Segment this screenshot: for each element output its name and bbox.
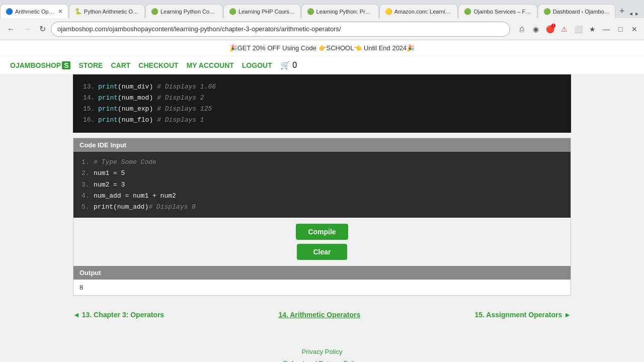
tab-favicon-2: 🐍	[74, 8, 82, 15]
footer-privacy-link[interactable]: Privacy Policy	[0, 348, 644, 355]
brand-s: S	[62, 61, 70, 69]
tab-scroll-arrows: ◂ ▸	[628, 9, 644, 18]
ide-linenum-2: 2.	[82, 168, 94, 179]
line-number-15: 15.	[83, 104, 98, 115]
output-body: 8	[73, 280, 571, 295]
prev-lesson-link[interactable]: ◄ 13. Chapter 3: Operators	[73, 311, 164, 319]
next-lesson-link[interactable]: 15. Assignment Operators ►	[474, 311, 571, 319]
brand[interactable]: OJAMBOSHOP S	[10, 61, 70, 69]
nav-myaccount[interactable]: MY ACCOUNT	[187, 61, 234, 69]
tab-title-4: Learning PHP Course - Oj...	[238, 9, 295, 15]
ide-line-2: 2. num1 = 5	[82, 168, 562, 179]
ide-code-2: num1 = 5	[94, 168, 125, 179]
tab-close-1[interactable]: ✕	[58, 8, 63, 15]
ide-code-4: num_add = num1 + num2	[94, 191, 176, 202]
address-text: ojamboshop.com/ojamboshopaycontent/learn…	[57, 25, 504, 33]
code-line-16: 16. print(num_flo) # Displays 1	[83, 115, 561, 126]
ide-linenum-4: 4.	[82, 191, 94, 202]
output-header: Output	[73, 266, 571, 280]
tab-3[interactable]: 🟢 Learning Python Course - ...	[145, 4, 223, 18]
compile-button[interactable]: Compile	[296, 224, 348, 240]
cart-icon[interactable]: 🛒 0	[280, 60, 297, 70]
nav-store[interactable]: STORE	[78, 61, 103, 69]
main-content: 13. print(num_div) # Displays 1.66 14. p…	[0, 74, 644, 329]
ide-buttons: Compile Clear	[73, 218, 571, 266]
ide-line-3: 3. num2 = 3	[82, 179, 562, 191]
code-content-16: print(num_flo) # Displays 1	[98, 115, 204, 126]
new-tab-button[interactable]: +	[616, 4, 628, 18]
window-toggle-icon[interactable]: ⬜	[573, 24, 584, 35]
code-line-14: 14. print(num_mod) # Displays 2	[83, 93, 561, 104]
current-lesson-link[interactable]: 14. Arithmetic Operators	[278, 311, 360, 319]
tab-favicon-7: 🟢	[464, 8, 471, 15]
ide-code-3: num2 = 3	[94, 179, 125, 191]
tab-2[interactable]: 🐍 Python Arithmetic Operati...	[69, 4, 145, 18]
tab-5[interactable]: 🟢 Learning Python: Program...	[301, 4, 379, 18]
rss-icon[interactable]: ◉	[530, 24, 541, 35]
tab-favicon-5: 🟢	[307, 8, 314, 15]
tab-favicon-8: 🟢	[543, 8, 550, 15]
tab-title-1: Arithmetic Operators	[15, 9, 55, 15]
tab-scroll-right[interactable]: ▸	[634, 9, 640, 18]
tab-title-7: Ojambo Services – For Ind...	[473, 9, 531, 15]
ide-line-5: 5. print(num_add) # Displays 8	[82, 202, 562, 213]
tab-favicon-1: 🔵	[6, 8, 13, 15]
promo-bar: 🎉GET 20% OFF Using Code 👉SCHOOL👈 Until E…	[0, 40, 644, 56]
tab-title-5: Learning Python: Program...	[316, 9, 373, 15]
line-number-14: 14.	[83, 93, 98, 104]
nav-icons: ⎙ ◉ 🔴 1 ⚠ ⬜ ★ — □ ✕	[516, 24, 640, 35]
tab-4[interactable]: 🟢 Learning PHP Course - Oj...	[223, 4, 300, 18]
line-number-13: 13.	[83, 81, 98, 93]
bookmarks-icon[interactable]: ★	[587, 24, 598, 35]
brand-name: OJAMBOSHOP	[10, 61, 61, 69]
tab-7[interactable]: 🟢 Ojambo Services – For Ind...	[458, 4, 537, 18]
ide-header: Code IDE Input	[73, 138, 571, 152]
tab-favicon-6: 🟡	[385, 8, 392, 15]
tab-favicon-3: 🟢	[151, 8, 158, 15]
tab-scroll-left[interactable]: ◂	[628, 9, 634, 18]
nav-logout[interactable]: LOGOUT	[242, 61, 272, 69]
tab-favicon-4: 🟢	[229, 8, 236, 15]
tab-bar: 🔵 Arithmetic Operators ✕ 🐍 Python Arithm…	[0, 0, 644, 18]
nav-checkout[interactable]: CHECKOUT	[138, 61, 178, 69]
tab-title-3: Learning Python Course - ...	[160, 9, 217, 15]
ide-comment-5: # Displays 8	[148, 202, 196, 213]
browser-chrome: 🔵 Arithmetic Operators ✕ 🐍 Python Arithm…	[0, 0, 644, 40]
clear-button[interactable]: Clear	[297, 244, 347, 260]
address-bar[interactable]: ojamboshop.com/ojamboshopaycontent/learn…	[51, 22, 510, 37]
forward-button[interactable]: →	[20, 23, 34, 36]
maximize-icon[interactable]: □	[615, 24, 626, 35]
code-content-15: print(num_exp) # Displays 125	[98, 104, 212, 115]
tab-6[interactable]: 🟡 Amazon.com: Learning PH...	[379, 4, 458, 18]
ide-linenum-3: 3.	[82, 179, 94, 191]
tab-1[interactable]: 🔵 Arithmetic Operators ✕	[0, 4, 68, 18]
ide-section: Code IDE Input 1. # Type Some Code 2. nu…	[73, 138, 571, 295]
code-display-block: 13. print(num_div) # Displays 1.66 14. p…	[73, 74, 571, 133]
footer-refund-link[interactable]: Refund and Returns Policy	[0, 359, 644, 362]
ide-code-5: print(num_add)	[94, 202, 148, 213]
navigation-bar: ← → ↻ ojamboshop.com/ojamboshopaycontent…	[0, 18, 644, 40]
code-content-14: print(num_mod) # Displays 2	[98, 93, 204, 104]
brand-link[interactable]: OJAMBOSHOP	[10, 61, 61, 69]
lesson-navigation: ◄ 13. Chapter 3: Operators 14. Arithmeti…	[73, 301, 571, 329]
minimize-icon[interactable]: —	[601, 24, 612, 35]
ide-code-1: # Type Some Code	[94, 157, 156, 168]
code-content-13: print(num_div) # Displays 1.66	[98, 81, 216, 93]
tab-title-8: Dashboard ‹ Ojambo — W...	[553, 9, 610, 15]
refresh-button[interactable]: ↻	[36, 22, 49, 36]
share-icon[interactable]: ⎙	[516, 24, 527, 35]
security-icon[interactable]: ⚠	[558, 24, 570, 35]
code-line-13: 13. print(num_div) # Displays 1.66	[83, 81, 561, 93]
ide-linenum-5: 5.	[82, 202, 94, 213]
tab-8[interactable]: 🟢 Dashboard ‹ Ojambo — W...	[538, 4, 616, 18]
line-number-16: 16.	[83, 115, 98, 126]
ide-input-area[interactable]: 1. # Type Some Code 2. num1 = 5 3. num2 …	[73, 152, 571, 217]
notification-icon[interactable]: 🔴 1	[544, 24, 555, 35]
ide-line-4: 4. num_add = num1 + num2	[82, 191, 562, 202]
output-value: 8	[79, 284, 83, 291]
nav-cart[interactable]: CART	[111, 61, 130, 69]
tab-title-6: Amazon.com: Learning PH...	[394, 9, 453, 15]
ide-line-1: 1. # Type Some Code	[82, 157, 562, 168]
close-window-icon[interactable]: ✕	[629, 24, 640, 35]
back-button[interactable]: ←	[4, 23, 18, 36]
